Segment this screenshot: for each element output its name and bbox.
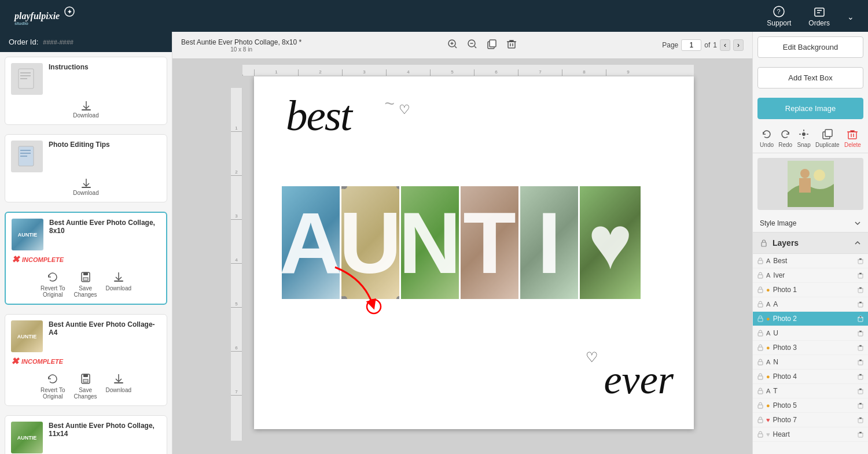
- layer-t[interactable]: A T: [753, 384, 868, 398]
- svg-rect-16: [20, 156, 27, 157]
- art-heart-ever: ♡: [586, 349, 598, 366]
- handle-bc[interactable]: [341, 296, 347, 299]
- layer-delete-icon[interactable]: [858, 330, 863, 337]
- svg-rect-42: [758, 260, 763, 264]
- page-prev-btn[interactable]: ‹: [720, 39, 730, 51]
- handle-br[interactable]: [396, 296, 399, 299]
- canvas-document[interactable]: best ♡ ~ A U: [254, 76, 694, 429]
- sidebar-header-instructions: Instructions: [11, 63, 161, 95]
- svg-text:⌄: ⌄: [847, 12, 854, 21]
- app-logo: playfulpixie studio ✦: [12, 3, 81, 29]
- save-action-8x10[interactable]: SaveChanges: [74, 271, 97, 298]
- letter-box-a[interactable]: A: [282, 186, 340, 299]
- letter-box-u[interactable]: U: [341, 186, 399, 299]
- revert-action-a4[interactable]: Revert ToOriginal: [41, 372, 65, 400]
- svg-rect-59: [858, 375, 863, 379]
- svg-rect-39: [799, 178, 811, 193]
- layer-delete-icon[interactable]: [858, 344, 863, 351]
- layer-delete-icon[interactable]: [858, 301, 863, 308]
- zoom-in-btn[interactable]: [445, 36, 460, 54]
- canvas-scroll[interactable]: 1 2 3 4 5 6 7 8 9 1: [172, 59, 752, 454]
- layer-best[interactable]: A Best: [753, 254, 868, 268]
- layer-lock-icon: [757, 344, 763, 351]
- svg-rect-6: [815, 8, 824, 16]
- canvas-area: Best Auntie Ever Photo Collage, 8x10 * 1…: [172, 32, 752, 454]
- svg-rect-44: [758, 275, 763, 278]
- layer-photo4[interactable]: ● Photo 4: [753, 370, 868, 384]
- svg-rect-25: [114, 382, 123, 383]
- style-image-row[interactable]: Style Image: [753, 215, 868, 232]
- sidebar-item-instructions: Instructions Download: [5, 57, 167, 125]
- layers-header[interactable]: Layers: [753, 232, 868, 254]
- thumb-a4: AUNTIE: [11, 320, 43, 352]
- svg-rect-46: [758, 289, 763, 293]
- redo-action[interactable]: Redo: [778, 128, 792, 148]
- sidebar-item-collage-11x14: AUNTIE Best Auntie Ever Photo Collage, 1…: [5, 415, 167, 454]
- sidebar-item-collage-a4: AUNTIE Best Auntie Ever Photo Collage- A…: [5, 314, 167, 406]
- delete-btn[interactable]: [504, 36, 519, 54]
- edit-background-btn[interactable]: Edit Background: [757, 36, 863, 58]
- layer-heart[interactable]: ♥ Heart: [753, 427, 868, 442]
- thumb-tips: [11, 141, 43, 172]
- svg-rect-10: [20, 75, 31, 76]
- instructions-download[interactable]: Download: [11, 99, 161, 119]
- page-next-btn[interactable]: ›: [733, 39, 744, 51]
- layer-delete-icon[interactable]: [858, 402, 863, 409]
- layer-photo7[interactable]: ♥ Photo 7: [753, 413, 868, 427]
- instructions-title: Instructions: [49, 63, 89, 71]
- revert-action-8x10[interactable]: Revert ToOriginal: [41, 271, 65, 298]
- layer-photo3[interactable]: ● Photo 3: [753, 341, 868, 355]
- nav-orders[interactable]: Orders: [808, 5, 830, 27]
- chevron-down-icon: [854, 220, 861, 227]
- layer-delete-icon[interactable]: [858, 272, 863, 279]
- letter-box-t[interactable]: T: [461, 186, 518, 299]
- layer-photo2[interactable]: ● Photo 2: [753, 312, 868, 326]
- nav-support[interactable]: ? Support: [767, 5, 791, 27]
- svg-rect-11: [20, 78, 27, 79]
- layer-delete-icon[interactable]: [858, 286, 863, 293]
- svg-text:playfulpixie: playfulpixie: [13, 11, 60, 21]
- layer-iver[interactable]: A Iver: [753, 268, 868, 283]
- layer-delete-icon[interactable]: [858, 359, 863, 366]
- photo-preview: [757, 158, 863, 210]
- layer-delete-icon[interactable]: [858, 387, 863, 394]
- snap-action[interactable]: Snap: [797, 128, 810, 148]
- layer-photo1[interactable]: ● Photo 1: [753, 283, 868, 297]
- add-text-box-btn[interactable]: Add Text Box: [757, 67, 863, 88]
- page-input[interactable]: [681, 39, 701, 51]
- svg-rect-17: [82, 187, 91, 188]
- undo-action[interactable]: Undo: [760, 128, 774, 148]
- svg-rect-21: [114, 280, 123, 282]
- letter-box-e[interactable]: ♥: [580, 186, 641, 299]
- layer-a[interactable]: A A: [753, 297, 868, 312]
- layer-lock-icon: [757, 272, 763, 279]
- tips-download[interactable]: Download: [11, 177, 161, 196]
- layer-photo5[interactable]: ● Photo 5: [753, 398, 868, 413]
- svg-rect-30: [508, 42, 515, 48]
- layer-delete-icon[interactable]: [858, 257, 863, 264]
- nav-expand[interactable]: ⌄: [847, 9, 856, 23]
- letter-box-i[interactable]: I: [520, 186, 578, 299]
- collage-a4-title: Best Auntie Ever Photo Collage- A4: [49, 320, 161, 337]
- copy-btn[interactable]: [484, 36, 499, 54]
- download-action-a4[interactable]: Download: [106, 372, 131, 400]
- replace-image-btn[interactable]: Replace Image: [757, 98, 863, 119]
- layer-delete-icon[interactable]: [858, 431, 863, 438]
- svg-rect-45: [858, 274, 863, 278]
- layer-delete-icon[interactable]: [858, 315, 863, 322]
- svg-rect-50: [758, 318, 763, 322]
- svg-rect-53: [858, 332, 863, 336]
- save-action-a4[interactable]: SaveChanges: [74, 372, 97, 400]
- layer-u[interactable]: A U: [753, 326, 868, 341]
- delete-action[interactable]: Delete: [844, 128, 861, 148]
- svg-text:studio: studio: [14, 21, 28, 26]
- top-nav: playfulpixie studio ✦ ? Support Orders ⌄: [0, 0, 868, 32]
- letter-box-n[interactable]: N: [401, 186, 459, 299]
- duplicate-action[interactable]: Duplicate: [815, 128, 840, 148]
- zoom-out-btn[interactable]: [465, 36, 480, 54]
- layer-delete-icon[interactable]: [858, 416, 863, 423]
- svg-rect-19: [83, 272, 88, 275]
- download-action-8x10[interactable]: Download: [106, 271, 131, 298]
- layer-n[interactable]: A N: [753, 355, 868, 370]
- layer-delete-icon[interactable]: [858, 373, 863, 380]
